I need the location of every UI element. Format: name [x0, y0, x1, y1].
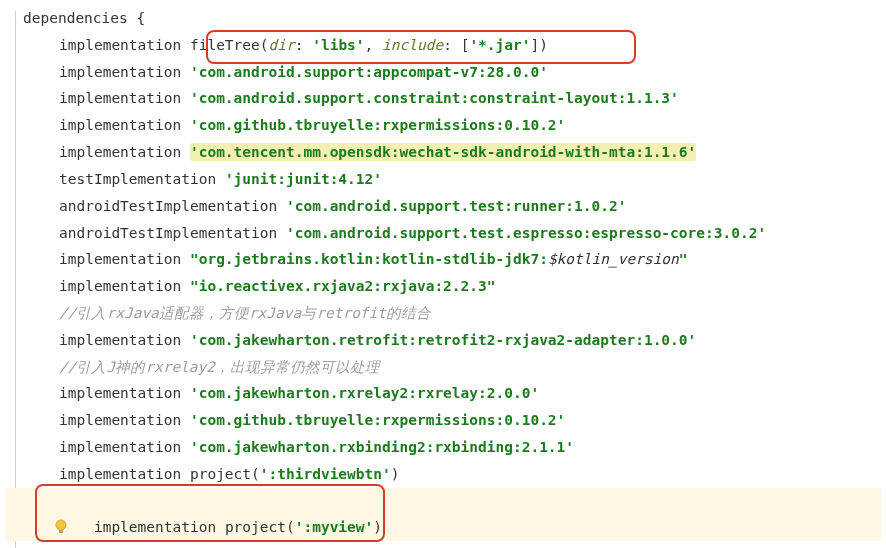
dep-line: implementation 'com.jakewharton.rxrelay2…	[23, 380, 881, 407]
dep-line: implementation 'com.jakewharton.rxbindin…	[23, 434, 881, 461]
code-block: dependencies { implementation fileTree(d…	[5, 5, 881, 548]
dep-line-project-current: implementation project(':myview')	[5, 488, 881, 542]
dep-line: implementation 'com.tencent.mm.opensdk:w…	[23, 139, 881, 166]
dep-line: implementation 'com.jakewharton.retrofit…	[23, 327, 881, 354]
dep-line: implementation "org.jetbrains.kotlin:kot…	[23, 246, 881, 273]
dep-line: testImplementation 'junit:junit:4.12'	[23, 166, 881, 193]
dep-line: implementation 'com.android.support:appc…	[23, 59, 881, 86]
dep-line: androidTestImplementation 'com.android.s…	[23, 220, 881, 247]
dep-line-filetree: implementation fileTree(dir: 'libs', inc…	[23, 32, 881, 59]
dep-line: androidTestImplementation 'com.android.s…	[23, 193, 881, 220]
dependencies-close: }	[23, 541, 881, 548]
lightbulb-icon[interactable]	[2, 492, 16, 510]
comment-line: //引入J神的rxrelay2，出现异常仍然可以处理	[23, 354, 881, 381]
comment-line: //引入rxJava适配器，方便rxJava与retrofit的结合	[23, 300, 881, 327]
dependencies-open: dependencies {	[23, 5, 881, 32]
dep-line-project: implementation project(':thirdviewbtn')	[23, 461, 881, 488]
svg-rect-1	[59, 530, 63, 533]
svg-point-0	[56, 520, 66, 530]
fold-guide	[15, 11, 16, 548]
dep-line: implementation 'com.android.support.cons…	[23, 85, 881, 112]
dep-line: implementation 'com.github.tbruyelle:rxp…	[23, 407, 881, 434]
dep-line: implementation "io.reactivex.rxjava2:rxj…	[23, 273, 881, 300]
dep-line: implementation 'com.github.tbruyelle:rxp…	[23, 112, 881, 139]
